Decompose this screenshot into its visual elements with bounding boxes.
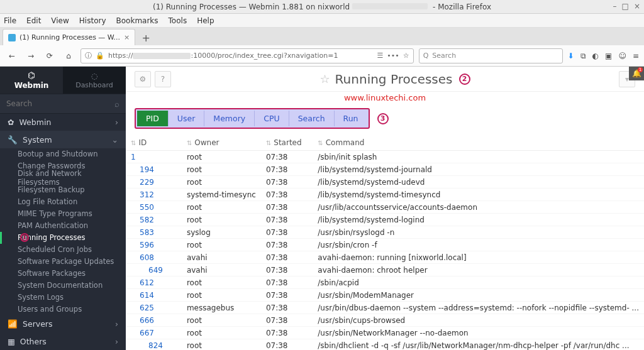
notification-bell[interactable]: 🔔 1: [629, 67, 644, 80]
menu-tools[interactable]: Tools: [169, 16, 187, 25]
sidebar-cat-webmin[interactable]: ✿ Webmin ›: [0, 114, 126, 131]
pid-link[interactable]: 667: [126, 327, 182, 339]
sidebar-item-software-packages[interactable]: Software Packages: [0, 268, 126, 280]
pid-link[interactable]: 583: [126, 226, 182, 239]
col-command[interactable]: ⇅Command: [313, 135, 644, 151]
tab-run[interactable]: Run: [334, 111, 367, 126]
site-info-icon[interactable]: ⓘ: [85, 51, 92, 60]
cat-label: Servers: [23, 319, 53, 329]
pid-link[interactable]: 824: [126, 339, 182, 351]
window-minimize-icon[interactable]: –: [613, 2, 617, 11]
url-bar[interactable]: ⓘ 🔒 https://:10000/proc/index_tree.cgi?x…: [80, 48, 414, 63]
pid-link[interactable]: 649: [126, 264, 182, 276]
pid-link[interactable]: 1: [126, 151, 182, 163]
tab-memory[interactable]: Memory: [204, 111, 254, 126]
menu-file[interactable]: File: [4, 16, 16, 25]
help-button[interactable]: ?: [155, 71, 171, 87]
owner-cell: systemd-timesync: [182, 189, 261, 201]
sidebar-item-system-logs[interactable]: System Logs: [0, 292, 126, 304]
dashboard-button[interactable]: ◌ Dashboard: [63, 67, 126, 94]
pid-link[interactable]: 312: [126, 189, 182, 201]
pid-link[interactable]: 612: [126, 276, 182, 289]
home-button[interactable]: ⌂: [62, 49, 75, 63]
browser-tab[interactable]: (1) Running Processes — W... ×: [3, 29, 135, 45]
tab-search[interactable]: Search: [289, 111, 334, 126]
sidebar-item-scheduled-cron-jobs[interactable]: Scheduled Cron Jobs: [0, 244, 126, 256]
pid-link[interactable]: 666: [126, 314, 182, 327]
pid-link[interactable]: 608: [126, 251, 182, 264]
window-maximize-icon[interactable]: □: [622, 2, 629, 11]
settings-button[interactable]: ⚙: [135, 71, 151, 87]
account-icon[interactable]: ☺: [618, 52, 626, 60]
menu-bookmarks[interactable]: Bookmarks: [116, 16, 158, 25]
pid-link[interactable]: 625: [126, 302, 182, 314]
sidebar-item-system-documentation[interactable]: System Documentation: [0, 280, 126, 292]
table-row: 612root07:38/sbin/acpid: [126, 276, 644, 289]
sidebar-item-filesystem-backup[interactable]: Filesystem Backup: [0, 184, 126, 196]
sidebar-item-disk-and-network-filesystems[interactable]: Disk and Network Filesystems: [0, 172, 126, 184]
back-button[interactable]: ←: [5, 49, 19, 63]
process-tab-bar: PID User Memory CPU Search Run: [135, 108, 370, 129]
search-bar[interactable]: Q Search: [419, 48, 563, 63]
favorite-star-icon[interactable]: ☆: [319, 72, 330, 85]
pid-link[interactable]: 194: [126, 163, 182, 176]
pid-link[interactable]: 596: [126, 239, 182, 251]
help-icon: ?: [161, 75, 165, 84]
menu-history[interactable]: History: [79, 16, 106, 25]
started-cell: 07:38: [261, 189, 313, 201]
sidebar-item-bootup-and-shutdown[interactable]: Bootup and Shutdown: [0, 148, 126, 160]
col-id[interactable]: ⇅ID: [126, 135, 182, 151]
col-started[interactable]: ⇅Started: [261, 135, 313, 151]
sidebar-item-pam-authentication[interactable]: PAM Authentication: [0, 220, 126, 232]
sidebar-item-mime-type-programs[interactable]: MIME Type Programs: [0, 208, 126, 220]
tab-title: (1) Running Processes — W...: [19, 33, 120, 41]
shield-icon[interactable]: ◐: [592, 52, 599, 60]
tab-close-icon[interactable]: ×: [124, 33, 130, 41]
started-cell: 07:38: [261, 201, 313, 214]
reader-mode-icon[interactable]: ☰: [377, 52, 383, 60]
pid-link[interactable]: 614: [126, 289, 182, 302]
sidebar-search-input[interactable]: [6, 99, 114, 108]
sidebar-cat-others[interactable]: ▦ Others ›: [0, 332, 126, 350]
sidebar-search[interactable]: ⌕: [0, 94, 126, 114]
hamburger-menu-icon[interactable]: ≡: [633, 52, 639, 60]
started-cell: 07:38: [261, 314, 313, 327]
signal-icon: 📶: [8, 319, 18, 329]
webmin-logo[interactable]: ⌬ Webmin: [0, 67, 63, 94]
sidebar-item-users-and-groups[interactable]: Users and Groups: [0, 304, 126, 315]
annotation-1: 1: [20, 233, 29, 242]
sidebar-item-log-file-rotation[interactable]: Log File Rotation: [0, 196, 126, 208]
tab-user[interactable]: User: [168, 111, 204, 126]
bookmark-star-icon[interactable]: ☆: [403, 52, 409, 60]
pocket-icon[interactable]: ▣: [605, 52, 612, 60]
col-owner[interactable]: ⇅Owner: [182, 135, 261, 151]
sidebar-item-running-processes[interactable]: Running Processes1: [0, 232, 126, 244]
menu-edit[interactable]: Edit: [26, 16, 41, 25]
window-close-icon[interactable]: ×: [634, 2, 640, 11]
pid-link[interactable]: 550: [126, 201, 182, 214]
search-icon[interactable]: ⌕: [114, 99, 119, 109]
menu-view[interactable]: View: [51, 16, 69, 25]
sidebar-cat-servers[interactable]: 📶 Servers ›: [0, 315, 126, 333]
pid-link[interactable]: 582: [126, 214, 182, 226]
search-engine-icon[interactable]: Q: [423, 52, 429, 60]
table-row: 666root07:38/usr/sbin/cups-browsed: [126, 314, 644, 327]
page-actions-icon[interactable]: •••: [387, 52, 399, 60]
sidebar-cat-system[interactable]: 🔧 System ⌄: [0, 131, 126, 148]
watermark-text: www.linuxtechi.com: [126, 92, 644, 106]
started-cell: 07:38: [261, 176, 313, 189]
forward-button[interactable]: →: [24, 49, 38, 63]
downloads-icon[interactable]: ⬇: [568, 52, 574, 60]
reload-button[interactable]: ⟳: [43, 49, 57, 63]
library-icon[interactable]: ⧉: [580, 52, 586, 60]
menu-help[interactable]: Help: [197, 16, 214, 25]
new-tab-button[interactable]: +: [138, 30, 154, 45]
tab-cpu[interactable]: CPU: [254, 111, 288, 126]
tab-pid[interactable]: PID: [137, 111, 168, 126]
sidebar-item-software-package-updates[interactable]: Software Package Updates: [0, 256, 126, 268]
command-cell: avahi-daemon: running [nixworld.local]: [313, 251, 644, 264]
pid-link[interactable]: 229: [126, 176, 182, 189]
table-row: 667root07:38/usr/sbin/NetworkManager --n…: [126, 327, 644, 339]
os-title-bar: (1) Running Processes — Webmin 1.881 on …: [0, 0, 644, 14]
command-cell: /usr/sbin/cron -f: [313, 239, 644, 251]
